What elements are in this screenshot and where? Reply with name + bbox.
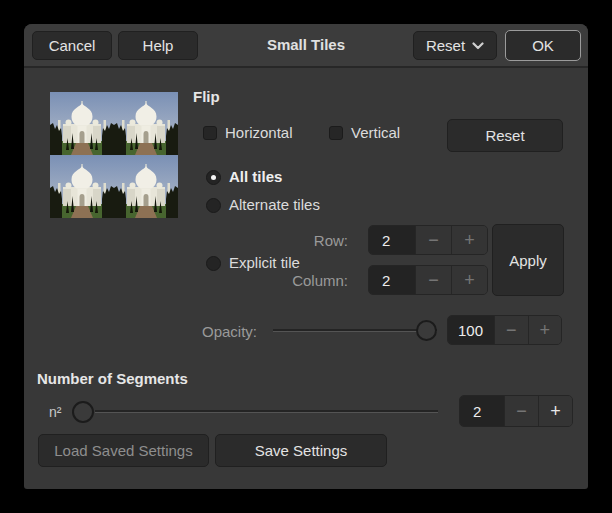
radio-all-tiles-label: All tiles xyxy=(229,168,282,186)
save-settings-button[interactable]: Save Settings xyxy=(215,434,387,467)
radio-alternate-tiles-label: Alternate tiles xyxy=(229,196,320,214)
row-value-field[interactable]: 2 xyxy=(369,226,415,254)
column-value-field[interactable]: 2 xyxy=(369,266,415,294)
segments-slider-track[interactable] xyxy=(95,410,438,413)
vertical-checkbox-label: Vertical xyxy=(351,124,400,142)
radio-icon xyxy=(206,256,221,271)
dialog-title: Small Tiles xyxy=(24,36,588,53)
flip-heading: Flip xyxy=(193,88,220,106)
reset-dropdown-button[interactable]: Reset xyxy=(413,31,497,60)
radio-all-tiles[interactable]: All tiles xyxy=(206,168,282,186)
column-label: Column: xyxy=(268,272,348,290)
vertical-checkbox[interactable]: Vertical xyxy=(329,124,400,142)
small-tiles-dialog: Cancel Help Small Tiles Reset OK xyxy=(24,24,588,489)
row-minus-button[interactable]: − xyxy=(415,226,451,254)
apply-button[interactable]: Apply xyxy=(492,224,564,296)
ok-button[interactable]: OK xyxy=(505,30,581,61)
opacity-slider-thumb[interactable] xyxy=(416,320,437,341)
checkbox-icon xyxy=(329,126,343,140)
radio-icon xyxy=(206,198,221,213)
screenshot: Cancel Help Small Tiles Reset OK xyxy=(0,0,612,513)
opacity-label: Opacity: xyxy=(202,323,257,341)
radio-alternate-tiles[interactable]: Alternate tiles xyxy=(206,196,320,214)
row-label: Row: xyxy=(268,232,348,250)
segments-minus-button[interactable]: − xyxy=(504,396,538,426)
segments-slider-label: n² xyxy=(49,403,61,421)
segments-plus-button[interactable]: + xyxy=(538,396,572,426)
opacity-slider-track[interactable] xyxy=(273,329,437,332)
flip-reset-button[interactable]: Reset xyxy=(447,119,563,152)
opacity-plus-button[interactable]: + xyxy=(528,316,562,344)
segments-value-field[interactable]: 2 xyxy=(460,396,504,426)
horizontal-checkbox[interactable]: Horizontal xyxy=(203,124,293,142)
radio-explicit-tile[interactable]: Explicit tile xyxy=(206,254,300,272)
checkbox-icon xyxy=(203,126,217,140)
reset-dropdown-label: Reset xyxy=(426,37,465,54)
segments-slider-thumb[interactable] xyxy=(72,401,94,423)
opacity-minus-button[interactable]: − xyxy=(494,316,528,344)
segments-spinbox: 2 − + xyxy=(459,395,573,427)
row-spinbox: 2 − + xyxy=(368,225,488,255)
column-minus-button[interactable]: − xyxy=(415,266,451,294)
radio-icon xyxy=(206,170,221,185)
column-spinbox: 2 − + xyxy=(368,265,488,295)
opacity-spinbox: 100 − + xyxy=(447,315,562,345)
radio-explicit-tile-label: Explicit tile xyxy=(229,254,300,272)
horizontal-checkbox-label: Horizontal xyxy=(225,124,293,142)
dialog-titlebar: Cancel Help Small Tiles Reset OK xyxy=(24,24,588,68)
tiled-preview-image xyxy=(50,92,178,218)
opacity-value-field[interactable]: 100 xyxy=(448,316,494,344)
chevron-down-icon xyxy=(472,42,484,50)
column-plus-button[interactable]: + xyxy=(451,266,487,294)
load-saved-settings-button[interactable]: Load Saved Settings xyxy=(38,434,209,467)
row-plus-button[interactable]: + xyxy=(451,226,487,254)
segments-heading: Number of Segments xyxy=(37,370,188,388)
